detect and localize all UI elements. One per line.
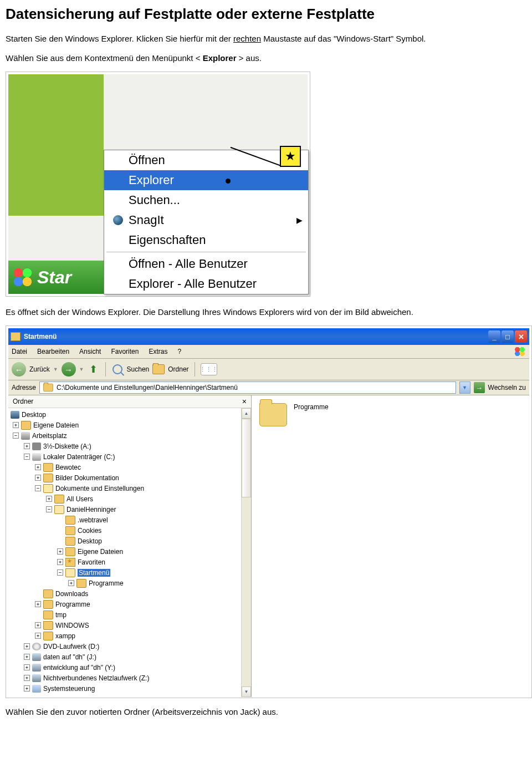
address-label: Adresse — [12, 384, 36, 391]
context-menu: Öffnen Explorer Suchen... SnagIt ▶ Eigen… — [104, 150, 309, 294]
folder-tree[interactable]: Desktop +Eigene Dateien −Arbeitsplatz +3… — [8, 408, 241, 697]
menu-separator — [106, 252, 306, 252]
dvd-icon — [32, 643, 41, 650]
figure-2: Startmenü _ □ ✕ Datei Bearbeiten Ansicht… — [6, 326, 532, 698]
folder-icon — [54, 495, 64, 504]
menu-item-explorer-all-users[interactable]: Explorer - Alle Benutzer — [104, 274, 308, 294]
search-icon[interactable] — [111, 363, 124, 375]
folder-icon — [43, 589, 53, 598]
windows-flag-icon — [514, 347, 526, 357]
window-titlebar: Startmenü _ □ ✕ — [8, 328, 529, 345]
views-button[interactable]: ⋮⋮⋮ — [201, 363, 217, 375]
paragraph-4: Wählen Sie den zuvor notierten Ordner (A… — [6, 706, 526, 718]
maximize-button[interactable]: □ — [502, 330, 514, 343]
forward-button[interactable]: → — [62, 362, 76, 377]
folder-icon — [65, 516, 75, 525]
back-label: Zurück — [29, 365, 50, 373]
paragraph-3: Es öffnet sich der Windows Explorer. Die… — [6, 306, 526, 318]
folder-icon — [76, 579, 86, 588]
submenu-arrow-icon: ▶ — [296, 216, 303, 225]
annotation-star-icon: ★ — [280, 146, 301, 167]
menu-item-open-all-users[interactable]: Öffnen - Alle Benutzer — [104, 254, 308, 274]
close-tree-icon[interactable]: × — [242, 397, 247, 406]
folder-icon — [43, 611, 53, 619]
content-item-label[interactable]: Programme — [294, 403, 329, 411]
folder-icon — [65, 526, 75, 535]
menu-bearbeiten[interactable]: Bearbeiten — [37, 348, 69, 355]
paragraph-1: Starten Sie den Windows Explorer. Klicke… — [6, 33, 526, 44]
go-button[interactable]: → — [474, 382, 485, 393]
folder-icon — [43, 384, 53, 391]
folder-icon — [65, 537, 75, 546]
scroll-down-icon[interactable]: ▼ — [242, 686, 251, 697]
figure-1: Bereit Star Öffnen Explorer Suchen... Sn… — [6, 72, 310, 297]
folder-icon — [43, 474, 53, 482]
menu-item-open[interactable]: Öffnen — [104, 150, 308, 170]
window-title: Startmenü — [24, 333, 488, 340]
snagit-icon — [113, 215, 123, 225]
annotation-dot — [226, 179, 231, 184]
folder-open-icon — [54, 505, 64, 514]
menu-item-snagit[interactable]: SnagIt ▶ — [104, 210, 308, 230]
folder-icon — [21, 421, 31, 430]
folder-icon — [43, 632, 53, 640]
folder-tree-pane: Ordner × Desktop +Eigene Dateien −Arbeit… — [8, 395, 252, 697]
back-button[interactable]: ← — [12, 362, 26, 377]
computer-icon — [21, 432, 30, 440]
folder-icon — [11, 332, 21, 341]
menu-help[interactable]: ? — [177, 348, 181, 355]
folder-icon — [43, 463, 53, 472]
heading: Datensicherung auf Festplatte oder exter… — [6, 6, 526, 23]
folder-icon — [43, 621, 53, 630]
scroll-thumb[interactable] — [242, 419, 251, 497]
minimize-button[interactable]: _ — [488, 330, 500, 343]
folder-icon[interactable] — [259, 403, 287, 426]
address-dropdown-button[interactable]: ▼ — [459, 382, 470, 394]
folder-open-icon — [43, 484, 53, 493]
menu-favoriten[interactable]: Favoriten — [111, 348, 139, 355]
search-label[interactable]: Suchen — [127, 365, 150, 373]
desktop-icon — [11, 411, 19, 419]
floppy-icon — [32, 443, 41, 450]
start-menu-panel — [8, 74, 104, 216]
windows-flag-icon — [12, 266, 34, 288]
content-pane[interactable]: Programme — [252, 395, 529, 697]
network-drive-icon — [32, 664, 41, 672]
go-label: Wechseln zu — [488, 384, 526, 391]
menu-ansicht[interactable]: Ansicht — [79, 348, 101, 355]
network-drive-icon — [32, 674, 41, 682]
menu-bar: Datei Bearbeiten Ansicht Favoriten Extra… — [8, 345, 529, 359]
menu-datei[interactable]: Datei — [12, 348, 27, 355]
folders-icon[interactable] — [152, 363, 165, 375]
close-button[interactable]: ✕ — [515, 330, 527, 343]
up-folder-icon[interactable]: ⬆ — [88, 363, 100, 375]
scroll-up-icon[interactable]: ▲ — [242, 408, 251, 419]
folder-icon — [65, 547, 75, 556]
address-bar: Adresse C:\Dokumente und Einstellungen\D… — [8, 380, 529, 395]
menu-extras[interactable]: Extras — [149, 348, 167, 355]
control-panel-icon — [32, 685, 41, 693]
tree-header-label: Ordner — [13, 398, 33, 405]
menu-item-properties[interactable]: Eigenschaften — [104, 230, 308, 250]
folder-icon — [43, 600, 53, 609]
folders-label[interactable]: Ordner — [168, 365, 188, 373]
favorites-icon — [65, 558, 75, 567]
tree-selected: Startmenü — [78, 569, 110, 577]
address-input[interactable]: C:\Dokumente und Einstellungen\DanielHen… — [39, 382, 456, 394]
network-drive-icon — [32, 653, 41, 661]
folder-open-icon — [65, 568, 75, 577]
start-button[interactable]: Star — [8, 261, 104, 294]
menu-item-explorer[interactable]: Explorer — [104, 170, 308, 190]
toolbar: ← Zurück ▼ → ▼ ⬆ Suchen Ordner ⋮⋮⋮ — [8, 359, 529, 380]
hdd-icon — [32, 453, 41, 461]
menu-item-search[interactable]: Suchen... — [104, 190, 308, 210]
tree-scrollbar[interactable]: ▲ ▼ — [241, 408, 251, 697]
paragraph-2: Wählen Sie aus dem Kontextmenü den Menüp… — [6, 52, 526, 64]
